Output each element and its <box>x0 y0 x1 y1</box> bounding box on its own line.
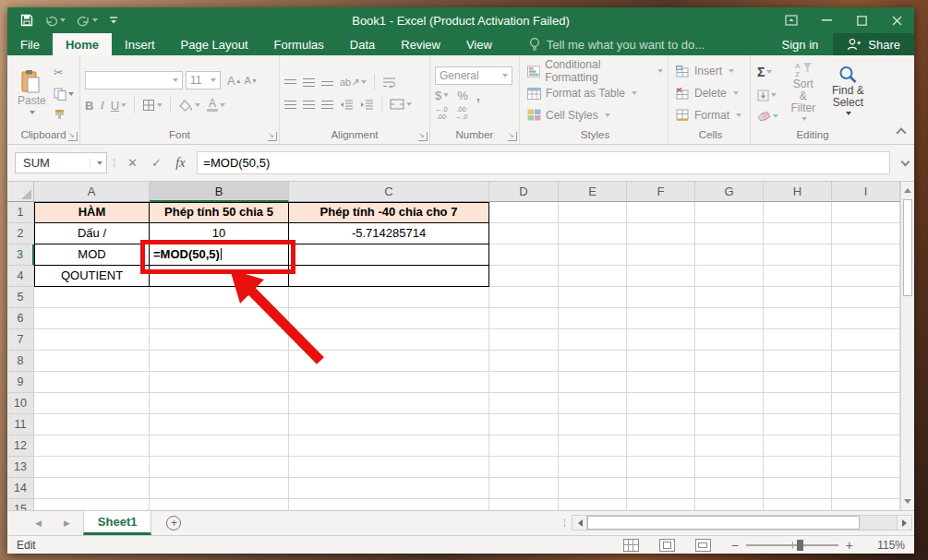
next-sheet-button[interactable]: ▶ <box>64 518 70 528</box>
number-format-select[interactable]: General <box>435 66 512 85</box>
cell-B13[interactable] <box>150 457 289 478</box>
cell-E5[interactable] <box>559 287 627 308</box>
cell-F14[interactable] <box>627 478 695 499</box>
cell-H5[interactable] <box>764 287 832 308</box>
cell-I1[interactable] <box>832 202 900 223</box>
cell-I4[interactable] <box>832 266 900 287</box>
cell-A4[interactable]: QOUTIENT <box>34 266 150 287</box>
zoom-level[interactable]: 115% <box>874 539 905 552</box>
font-size-select[interactable]: 11 <box>186 71 221 89</box>
cell-D5[interactable] <box>489 287 559 308</box>
insert-function-button[interactable]: fx <box>169 152 191 173</box>
tab-file[interactable]: File <box>7 33 53 55</box>
cell-H2[interactable] <box>764 223 832 244</box>
cell-I7[interactable] <box>832 329 900 351</box>
cell-I15[interactable] <box>832 499 900 510</box>
cell-E2[interactable] <box>559 223 627 244</box>
cell-C3[interactable] <box>289 244 489 266</box>
conditional-formatting-button[interactable]: Conditional Formatting <box>527 63 663 80</box>
cell-H11[interactable] <box>764 414 832 435</box>
zoom-in-button[interactable]: + <box>846 538 853 553</box>
cell-F15[interactable] <box>627 499 695 510</box>
copy-button[interactable] <box>54 88 74 101</box>
cut-button[interactable]: ✂ <box>54 66 74 79</box>
cell-C9[interactable] <box>289 372 489 393</box>
italic-button[interactable]: I <box>100 98 103 113</box>
cell-C12[interactable] <box>289 435 489 457</box>
row-header-1[interactable]: 1 <box>7 202 34 223</box>
scroll-right-button[interactable] <box>897 515 912 530</box>
cell-B9[interactable] <box>150 372 289 393</box>
cell-I12[interactable] <box>832 435 900 457</box>
cell-F12[interactable] <box>627 435 695 457</box>
minimize-button[interactable] <box>809 7 844 33</box>
cell-F7[interactable] <box>627 329 695 351</box>
name-box[interactable]: SUM <box>15 152 107 173</box>
borders-button[interactable] <box>142 99 163 112</box>
fill-color-button[interactable] <box>178 100 200 112</box>
cell-F2[interactable] <box>627 223 695 244</box>
cell-F9[interactable] <box>627 372 695 393</box>
cell-B1[interactable]: Phép tính 50 chia 5 <box>150 202 289 223</box>
cell-G2[interactable] <box>695 223 764 244</box>
formula-input[interactable]: =MOD(50,5) <box>197 151 890 174</box>
tab-formulas[interactable]: Formulas <box>261 33 337 55</box>
find-select-button[interactable]: Find &Select <box>826 58 870 128</box>
cell-F13[interactable] <box>627 457 695 478</box>
decrease-indent-button[interactable] <box>340 100 354 110</box>
cell-A10[interactable] <box>34 393 150 414</box>
align-top-button[interactable] <box>284 79 296 85</box>
cell-A13[interactable] <box>34 457 150 478</box>
maximize-button[interactable] <box>844 7 879 33</box>
cell-C14[interactable] <box>289 478 489 499</box>
cell-G8[interactable] <box>695 351 764 372</box>
cell-G7[interactable] <box>695 329 764 351</box>
cell-G4[interactable] <box>695 266 764 287</box>
row-header-14[interactable]: 14 <box>7 478 34 499</box>
cell-H8[interactable] <box>764 351 832 372</box>
orientation-button[interactable]: ab↗ <box>340 77 367 89</box>
sheet-tab-sheet1[interactable]: Sheet1 <box>83 511 152 535</box>
cell-H4[interactable] <box>764 266 832 287</box>
currency-button[interactable]: $ <box>435 89 449 102</box>
row-header-10[interactable]: 10 <box>7 393 34 414</box>
cell-F6[interactable] <box>627 308 695 329</box>
cell-I10[interactable] <box>832 393 900 414</box>
column-header-F[interactable]: F <box>627 182 695 202</box>
align-center-button[interactable] <box>303 101 315 109</box>
font-name-select[interactable] <box>85 71 183 89</box>
cell-A14[interactable] <box>34 478 150 499</box>
column-header-G[interactable]: G <box>695 182 764 202</box>
cell-H13[interactable] <box>764 457 832 478</box>
cell-H7[interactable] <box>764 329 832 351</box>
cell-B6[interactable] <box>150 308 289 329</box>
scroll-down-button[interactable] <box>901 494 914 510</box>
zoom-slider-thumb[interactable] <box>797 540 803 551</box>
tab-view[interactable]: View <box>453 33 505 55</box>
cell-F11[interactable] <box>627 414 695 435</box>
row-header-7[interactable]: 7 <box>7 329 34 351</box>
cell-I8[interactable] <box>832 351 900 372</box>
vertical-scroll-thumb[interactable] <box>903 199 912 296</box>
fill-button[interactable] <box>757 89 778 101</box>
column-header-C[interactable]: C <box>289 182 489 202</box>
vertical-scrollbar[interactable] <box>900 182 914 510</box>
cell-C2[interactable]: -5.714285714 <box>289 223 489 244</box>
cell-A11[interactable] <box>34 414 150 435</box>
bold-button[interactable]: B <box>85 99 93 113</box>
tab-review[interactable]: Review <box>388 33 453 55</box>
row-header-4[interactable]: 4 <box>7 266 34 287</box>
cell-G12[interactable] <box>695 435 764 457</box>
column-header-H[interactable]: H <box>764 182 832 202</box>
zoom-slider[interactable] <box>746 544 838 546</box>
align-bottom-button[interactable] <box>321 81 333 87</box>
cell-C4[interactable] <box>289 266 489 287</box>
cell-B11[interactable] <box>150 414 289 435</box>
cell-H3[interactable] <box>764 244 832 266</box>
cell-H12[interactable] <box>764 435 832 457</box>
cell-C15[interactable] <box>289 499 489 510</box>
row-header-13[interactable]: 13 <box>7 457 34 478</box>
cell-D14[interactable] <box>489 478 559 499</box>
tab-insert[interactable]: Insert <box>112 33 168 55</box>
insert-cells-button[interactable]: Insert <box>676 63 745 80</box>
